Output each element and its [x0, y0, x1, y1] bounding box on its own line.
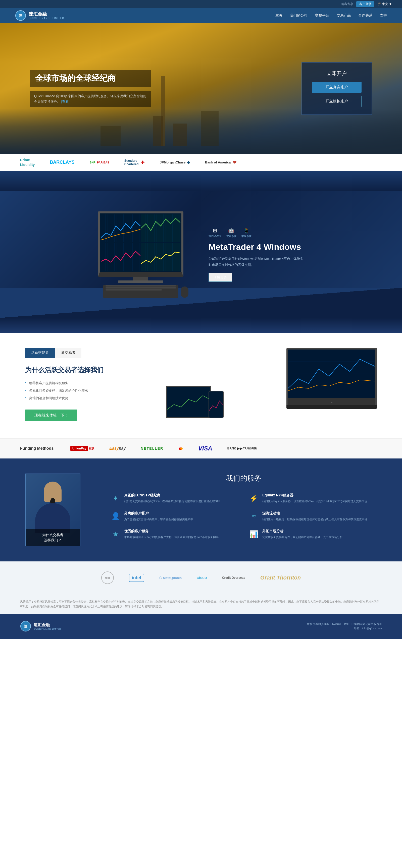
services-grid: ♦ 真正的ECN/STP经纪商 我们是无交易台经纪商(NDD)，在与客户没有任何… — [111, 493, 377, 539]
service-analysis-icon: 📊 — [249, 529, 259, 539]
traders-list-item: 尖端的冶金和同绘技术优势 — [25, 395, 146, 402]
service-ecn-desc: 我们是无交易台经纪商(NDD)，在与客户没有任何利益冲突下进行直通处理STP — [124, 499, 220, 504]
mt4-chart-1 — [101, 214, 140, 242]
service-liquidity-icon: ≈ — [249, 511, 259, 521]
android-icon-item: 🤖 安卓系统 — [226, 227, 236, 238]
mt4-mouse — [181, 286, 189, 298]
footer-rights: 版权所有©QUICK FINANCE LIMITED 集团国际公司版权所有 邮箱… — [307, 622, 382, 631]
hero-signup-box: 立即开户 开立真实账户 开立模拟账户 — [302, 62, 372, 115]
open-real-account-button[interactable]: 开立真实账户 — [312, 82, 362, 93]
mt4-base — [118, 280, 163, 283]
nav-home[interactable]: 主页 — [276, 13, 282, 18]
footer-logo-sub: QUICK FINANCE LIMITED — [34, 628, 61, 630]
service-equinix: ⚡ Equinix NY4服务器 我们使用Equinix服务器，设置在纽约NY4… — [249, 493, 377, 504]
partner-metaquotes: ⬡ MetaQuotes — [159, 576, 182, 580]
partner-link[interactable]: 新客专享 — [341, 2, 353, 6]
portrait-label: 为什么交易者 选择我们？ — [26, 529, 80, 546]
payment-mastercard: ●● — [178, 444, 183, 453]
nav-products[interactable]: 交易产品 — [337, 13, 351, 18]
try-now-button[interactable]: 现在就来体验一下！ — [25, 409, 77, 421]
tablet-device — [166, 386, 211, 418]
nav-platform[interactable]: 交易平台 — [315, 13, 329, 18]
laptop-screen — [288, 349, 375, 398]
hero-building-1 — [153, 116, 163, 146]
service-support-name: 优秀的客户服务 — [124, 529, 219, 533]
service-ecn-text: 真正的ECN/STP经纪商 我们是无交易台经纪商(NDD)，在与客户没有任何利益… — [124, 493, 220, 504]
tab-active-traders[interactable]: 活跃交易者 — [25, 348, 55, 358]
service-ecn-icon: ♦ — [111, 493, 121, 503]
bank-standard-chartered: StandardChartered ✈ — [124, 159, 145, 166]
service-accounts-text: 分离的客户帐户 为了交易的安全性和高效率，客户资金储存在隔离账户中 — [124, 511, 193, 522]
open-demo-account-button[interactable]: 开立模拟账户 — [312, 96, 362, 107]
svg-text:速: 速 — [24, 624, 28, 628]
mt4-learn-more-button[interactable]: 了解更多 — [208, 273, 232, 282]
mt4-keyboard — [103, 285, 178, 298]
nav-support[interactable]: 支持 — [380, 13, 387, 18]
blue-spacer-top — [0, 171, 402, 191]
mt4-section: ⊞ WINDOWS 🤖 安卓系统 📱 苹果系统 MetaTrader 4 Win… — [0, 191, 402, 318]
service-analysis: 📊 外汇市场分析 凭优质服务提供商合作，我们的客户可以获得独一无二的市场分析 — [249, 529, 377, 539]
disclaimer-section: 风险警示：交易外汇风险较高，可能不适合每位投资者。高杠杆率在交易中起有利有弊。在… — [0, 594, 402, 614]
services-portrait-panel: 为什么交易者 选择我们？ — [25, 473, 95, 546]
mt4-chart-4 — [141, 243, 180, 271]
payment-unionpay: UnionPay 银联 — [70, 444, 94, 453]
funding-label: Funding Methods — [20, 446, 55, 451]
traders-tabs: 活跃交易者 新交易者 — [25, 348, 146, 358]
service-support-desc: 市场开放期间 6 天24小时提供客户支持，速汇金融集团保持24/7小时服务网络 — [124, 535, 219, 539]
liquidity-bar: Prime Liquidity BARCLAYS BNP PARIBAS Sta… — [0, 154, 402, 171]
nav-links: 主页 我们的公司 交易平台 交易产品 合作关系 支持 — [276, 13, 387, 18]
language-selector[interactable]: 🏴 中文 ▼ — [377, 2, 392, 6]
logo[interactable]: 速 速汇金融 QUICK FINANCE LIMITED — [15, 10, 64, 21]
svg-text:速: 速 — [19, 13, 23, 18]
mt4-screen-display — [98, 211, 183, 277]
service-analysis-text: 外汇市场分析 凭优质服务提供商合作，我们的客户可以获得独一无二的市场分析 — [262, 529, 342, 539]
payment-visa: VISA — [198, 444, 212, 453]
tab-new-traders[interactable]: 新交易者 — [55, 348, 81, 358]
service-analysis-name: 外汇市场分析 — [262, 529, 342, 533]
bank-jpmorgan: JPMorganChase ◆ — [160, 160, 190, 165]
hero-title: 全球市场的全球经纪商 — [30, 70, 151, 87]
partner-toci: toci — [101, 571, 114, 584]
traders-devices-panel — [166, 348, 377, 423]
service-accounts-name: 分离的客户帐户 — [124, 511, 193, 516]
svg-rect-7 — [209, 392, 223, 417]
partner-cisco: cisco — [197, 576, 207, 580]
grant-thornton-text: Grant Thornton — [260, 575, 301, 581]
apple-icon-item: 📱 苹果系统 — [241, 227, 252, 238]
login-button[interactable]: 客户登录 — [356, 1, 374, 7]
top-bar: 新客专享 客户登录 🏴 中文 ▼ — [0, 0, 402, 8]
hero-readmore-link[interactable]: [查看] — [61, 100, 69, 103]
nav-about[interactable]: 我们的公司 — [290, 13, 308, 18]
footer-logo-icon: 速 — [20, 621, 31, 632]
hero-building-4 — [100, 126, 121, 146]
partners-section: toci intel ⬡ MetaQuotes cisco Credit Ove… — [0, 561, 402, 594]
footer: 速 速汇金融 QUICK FINANCE LIMITED 版权所有©QUICK … — [0, 614, 402, 639]
hero-content: 全球市场的全球经纪商 Quick Finance 向100多个国家的客户提供经纪… — [0, 62, 402, 115]
windows-icon-item: ⊞ WINDOWS — [208, 227, 221, 238]
liquidity-label: Prime Liquidity — [20, 158, 35, 167]
traders-left-panel: 活跃交易者 新交易者 为什么活跃交易者选择我们 给零售客户提供机构级服务 多元化… — [25, 348, 146, 421]
footer-logo-name: 速汇金融 — [34, 622, 61, 628]
android-icon: 🤖 — [228, 227, 234, 234]
hero-description: Quick Finance 向100多个国家的客户提供经纪服务。轻松享用我们众所… — [30, 91, 151, 107]
hero-box-title: 立即开户 — [312, 70, 362, 77]
mt4-monitor — [98, 211, 183, 298]
traders-section: 活跃交易者 新交易者 为什么活跃交易者选择我们 给零售客户提供机构级服务 多元化… — [0, 333, 402, 438]
service-support: ★ 优秀的客户服务 市场开放期间 6 天24小时提供客户支持，速汇金融集团保持2… — [111, 529, 239, 539]
service-liquidity-text: 深海流动性 我们使用一级银行，以确保我们在处理任何可交易品线上都具有竞争力和的深… — [262, 511, 367, 522]
service-equinix-name: Equinix NY4服务器 — [262, 493, 367, 498]
traders-list-item: 给零售客户提供机构级服务 — [25, 379, 146, 387]
bank-of-america: Bank of America ❤ — [205, 160, 236, 165]
laptop-device — [286, 348, 377, 408]
mt4-title: MetaTrader 4 Windows — [208, 242, 304, 252]
service-accounts-icon: 👤 — [111, 511, 121, 521]
service-support-text: 优秀的客户服务 市场开放期间 6 天24小时提供客户支持，速汇金融集团保持24/… — [124, 529, 219, 539]
services-portrait: 为什么交易者 选择我们？ — [25, 473, 80, 546]
nav-partner[interactable]: 合作关系 — [358, 13, 372, 18]
service-accounts-desc: 为了交易的安全性和高效率，客户资金储存在隔离账户中 — [124, 517, 193, 522]
bank-bnp: BNP PARIBAS — [90, 161, 109, 164]
service-liquidity: ≈ 深海流动性 我们使用一级银行，以确保我们在处理任何可交易品线上都具有竞争力和… — [249, 511, 377, 522]
svg-rect-6 — [167, 387, 210, 417]
service-ecn-name: 真正的ECN/STP经纪商 — [124, 493, 220, 498]
traders-list: 给零售客户提供机构级服务 多元化且多姿多样，满足您的个性化需求 尖端的冶金和同绘… — [25, 379, 146, 402]
